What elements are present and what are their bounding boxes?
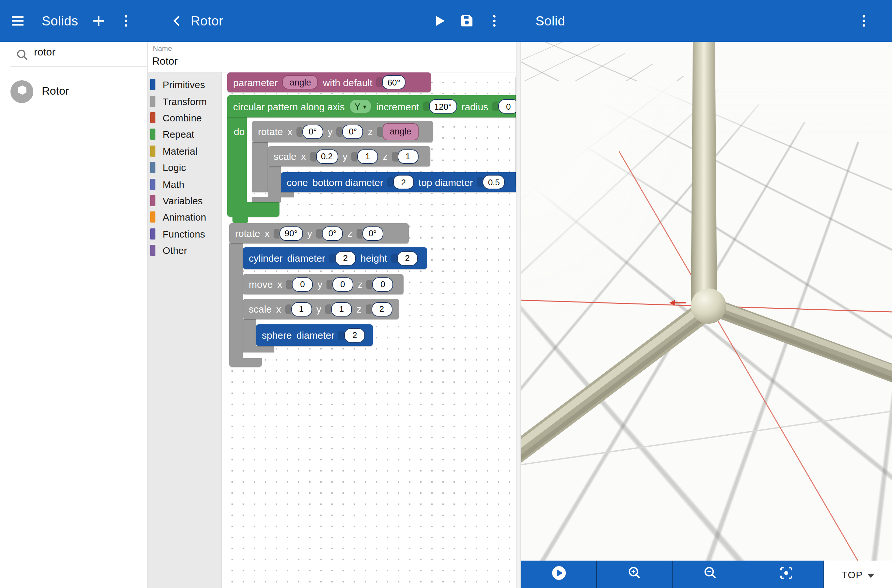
play-preview-button[interactable] xyxy=(521,561,597,588)
category-label: Animation xyxy=(162,212,206,223)
variable-block-angle[interactable]: angle xyxy=(383,123,418,140)
increment-field[interactable]: 120° xyxy=(429,99,457,114)
panel-divider[interactable] xyxy=(516,42,520,588)
kebab-menu-icon[interactable] xyxy=(486,12,503,29)
block-label: height xyxy=(361,252,387,264)
rotor-right-arm xyxy=(715,303,892,382)
axis-label: x xyxy=(301,151,306,162)
blockly-workspace[interactable]: do parameter angle with default 60° circ… xyxy=(222,72,520,588)
category-color-chip xyxy=(150,228,155,239)
toolbox-category-primitives[interactable]: Primitives xyxy=(147,76,221,93)
chevron-down-icon xyxy=(868,569,875,580)
block-scale[interactable]: scale x 0.2 y 1 z 1 xyxy=(268,146,430,166)
run-icon[interactable] xyxy=(431,12,448,29)
toolbox-category-combine[interactable]: Combine xyxy=(147,110,221,126)
rotate-x-field[interactable]: 90° xyxy=(280,226,303,240)
center-view-icon xyxy=(778,565,794,584)
scale-z-field[interactable]: 1 xyxy=(397,149,418,164)
toolbox-category-other[interactable]: Other xyxy=(147,242,221,259)
block-frame xyxy=(268,166,281,192)
rotate-y-field[interactable]: 0° xyxy=(343,124,363,139)
cone-top-diameter-field[interactable]: 0.5 xyxy=(483,175,505,189)
scale-y-field[interactable]: 1 xyxy=(357,149,378,164)
block-circular-pattern[interactable]: circular pattern along axis Y ▾ incremen… xyxy=(227,95,520,117)
sphere-diameter-field[interactable]: 2 xyxy=(344,328,365,342)
toolbox-category-animation[interactable]: Animation xyxy=(147,209,221,225)
zoom-out-button[interactable] xyxy=(672,561,748,588)
viewport-canvas[interactable] xyxy=(521,42,892,588)
block-frame xyxy=(243,319,256,346)
scale-x-field[interactable]: 0.2 xyxy=(316,149,338,164)
search-input[interactable] xyxy=(33,46,133,59)
app-bar: Solids Rotor Solid xyxy=(0,0,892,42)
save-icon[interactable] xyxy=(459,12,475,29)
viewport-3d: TOP xyxy=(520,42,892,588)
move-x-field[interactable]: 0 xyxy=(292,277,313,291)
move-y-field[interactable]: 0 xyxy=(332,277,353,291)
hamburger-menu-icon[interactable] xyxy=(9,12,26,29)
toolbox-category-logic[interactable]: Logic xyxy=(147,159,221,176)
block-label: bottom diameter xyxy=(313,177,383,188)
axis-label: z xyxy=(347,228,352,239)
solids-sidebar: Rotor xyxy=(0,42,147,588)
category-color-chip xyxy=(150,79,155,90)
cylinder-height-field[interactable]: 2 xyxy=(397,251,418,265)
scale-z-field[interactable]: 2 xyxy=(371,302,392,316)
block-rotate[interactable]: rotate x 0° y 0° z angle xyxy=(252,121,433,142)
move-z-field[interactable]: 0 xyxy=(372,277,393,291)
rotate-y-field[interactable]: 0° xyxy=(322,226,343,240)
parameter-default-field[interactable]: 60° xyxy=(382,75,406,89)
name-field-value[interactable]: Rotor xyxy=(152,56,177,67)
category-label: Primitives xyxy=(162,79,205,90)
cone-bottom-diameter-field[interactable]: 2 xyxy=(393,175,414,189)
rotate-x-field[interactable]: 0° xyxy=(302,124,323,139)
axis-label: z xyxy=(383,151,388,162)
axis-label: y xyxy=(307,228,312,239)
category-label: Logic xyxy=(162,162,186,173)
axis-label: x xyxy=(265,228,270,239)
chevron-down-icon: ▾ xyxy=(363,103,366,110)
back-icon[interactable] xyxy=(168,12,185,29)
block-toolbox: Primitives Transform Combine Repeat Mate… xyxy=(147,72,222,588)
cylinder-diameter-field[interactable]: 2 xyxy=(335,251,356,265)
axis-label: z xyxy=(368,126,373,137)
solid-cube-icon xyxy=(16,84,28,99)
scale-x-field[interactable]: 1 xyxy=(291,302,312,316)
block-move[interactable]: move x 0 y 0 z 0 xyxy=(243,274,403,294)
block-frame xyxy=(243,346,274,352)
toolbox-category-math[interactable]: Math xyxy=(147,176,221,192)
axis-label: z xyxy=(358,279,363,290)
toolbox-category-functions[interactable]: Functions xyxy=(147,225,221,242)
block-label: scale xyxy=(274,151,296,162)
view-angle-dropdown[interactable]: TOP xyxy=(824,561,892,588)
category-label: Math xyxy=(162,178,185,190)
block-cylinder[interactable]: cylinder diameter 2 height 2 xyxy=(243,248,427,269)
block-sphere[interactable]: sphere diameter 2 xyxy=(256,324,373,346)
view-angle-value: TOP xyxy=(841,569,863,580)
block-label: sphere xyxy=(262,330,292,340)
block-cone[interactable]: cone bottom diameter 2 top diameter 0.5 xyxy=(281,172,520,192)
category-label: Functions xyxy=(162,228,205,239)
toolbox-category-variables[interactable]: Variables xyxy=(147,192,221,209)
toolbox-category-repeat[interactable]: Repeat xyxy=(147,126,221,142)
scale-y-field[interactable]: 1 xyxy=(331,302,352,316)
rotate-z-field[interactable]: 0° xyxy=(362,226,383,240)
add-icon[interactable] xyxy=(90,12,107,29)
zoom-in-button[interactable] xyxy=(597,561,672,588)
block-parameter[interactable]: parameter angle with default 60° xyxy=(227,72,431,92)
block-frame xyxy=(268,192,294,197)
block-label: diameter xyxy=(287,252,325,264)
kebab-menu-icon[interactable] xyxy=(856,12,872,29)
parameter-name-field[interactable]: angle xyxy=(283,75,318,89)
toolbox-category-transform[interactable]: Transform xyxy=(147,93,221,110)
axis-label: y xyxy=(316,303,321,315)
toolbox-category-material[interactable]: Material xyxy=(147,142,221,159)
block-rotate[interactable]: rotate x 90° y 0° z 0° xyxy=(229,223,409,243)
axis-dropdown[interactable]: Y ▾ xyxy=(349,99,372,114)
solid-list-item-rotor[interactable]: Rotor xyxy=(0,74,147,108)
center-view-button[interactable] xyxy=(748,561,824,588)
kebab-menu-icon[interactable] xyxy=(117,12,134,29)
viewport-panel-title: Solid xyxy=(536,0,565,42)
block-scale[interactable]: scale x 1 y 1 z 2 xyxy=(243,299,399,319)
category-color-chip xyxy=(150,245,155,256)
